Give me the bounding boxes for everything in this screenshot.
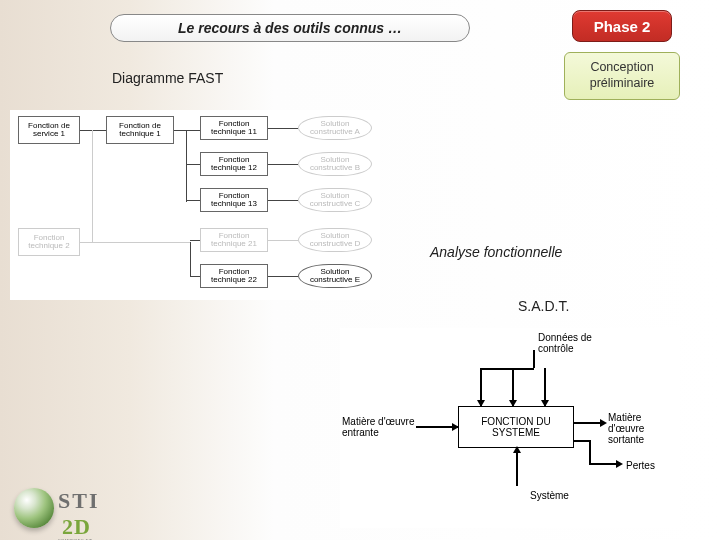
sadt-pertes-label: Pertes bbox=[626, 460, 655, 471]
sadt-top-label: Données de contrôle bbox=[538, 332, 618, 354]
fast-ft2: Fonctiontechnique 2 bbox=[18, 228, 80, 256]
concept-box: Conception préliminaire bbox=[564, 52, 680, 100]
sadt-left-label: Matière d'œuvre entrante bbox=[342, 416, 422, 438]
sadt-center: FONCTION DU SYSTEME bbox=[458, 406, 574, 448]
logo-text-sti: STI bbox=[58, 488, 99, 514]
fast-fs1: Fonction deservice 1 bbox=[18, 116, 80, 144]
fast-ft12: Fonction technique 12 bbox=[200, 152, 268, 176]
label-analyse-fonctionnelle: Analyse fonctionnelle bbox=[430, 244, 562, 260]
fast-sol-e: Solution constructive E bbox=[298, 264, 372, 288]
fast-diagram: Fonction deservice 1 Fonctiontechnique 2… bbox=[10, 110, 380, 300]
fast-ft22: Fonction technique 22 bbox=[200, 264, 268, 288]
fast-ft13: Fonction technique 13 bbox=[200, 188, 268, 212]
sadt-bottom-label: Système bbox=[530, 490, 569, 501]
slide-title: Le recours à des outils connus … bbox=[110, 14, 470, 42]
fast-sol-a: Solution constructive A bbox=[298, 116, 372, 140]
fast-sol-b: Solution constructive B bbox=[298, 152, 372, 176]
fast-ft1: Fonction de technique 1 bbox=[106, 116, 174, 144]
sadt-right-label: Matière d'œuvre sortante bbox=[608, 412, 680, 445]
fast-ft11: Fonction technique 11 bbox=[200, 116, 268, 140]
fast-ft21: Fonction technique 21 bbox=[200, 228, 268, 252]
sadt-diagram: FONCTION DU SYSTEME Données de contrôle … bbox=[340, 328, 680, 528]
logo-text-2d: 2D bbox=[62, 514, 91, 540]
logo-sti2d: STI2D SCIENCES ET TECHNOLOGIES DE L'INDU… bbox=[8, 478, 128, 534]
phase-badge: Phase 2 bbox=[572, 10, 672, 42]
globe-icon bbox=[14, 488, 54, 528]
fast-sol-d: Solution constructive D bbox=[298, 228, 372, 252]
label-fast: Diagramme FAST bbox=[112, 70, 223, 86]
label-sadt: S.A.D.T. bbox=[518, 298, 569, 314]
fast-sol-c: Solution constructive C bbox=[298, 188, 372, 212]
